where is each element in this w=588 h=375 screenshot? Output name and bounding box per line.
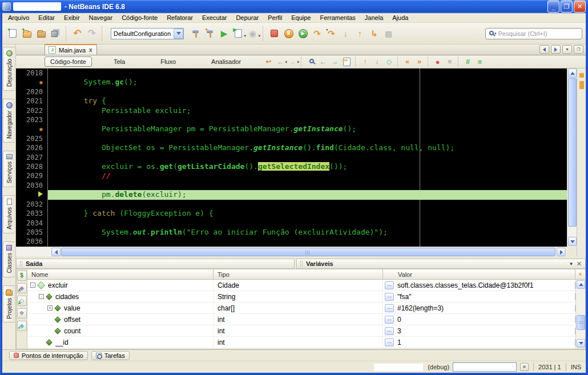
watches-diamond-purple-icon[interactable]: ◆A (17, 283, 27, 293)
scroll-right-icon[interactable] (557, 248, 566, 256)
code-line[interactable]: 2018 (16, 68, 567, 78)
code-line[interactable]: pm.delete(excluir); (16, 190, 567, 199)
menu-item-navegar[interactable]: Navegar (84, 14, 118, 22)
table-vertical-scrollbar[interactable] (575, 280, 585, 349)
pause-icon[interactable]: Ⅱ (281, 26, 296, 41)
variable-formatters-icon[interactable]: ❖ (17, 308, 27, 318)
step-over-expression-icon[interactable]: ↷▪ (324, 26, 339, 41)
code-line[interactable]: 2026 ObjectSet os = PersistableManager.g… (16, 143, 567, 152)
new-file-icon[interactable]: + (6, 26, 20, 41)
stop-execution-icon[interactable]: ■ (444, 56, 456, 67)
menu-item-exibir[interactable]: Exibir (59, 14, 84, 22)
code-line[interactable]: 2036 (16, 237, 567, 246)
scroll-up-icon[interactable] (568, 68, 577, 78)
step-into-icon[interactable]: ↓ (339, 26, 353, 41)
save-all-icon[interactable] (49, 26, 63, 41)
comment-icon[interactable]: // (462, 56, 474, 67)
minimize-button[interactable]: _ (547, 1, 559, 13)
maximize-editor-icon[interactable]: ❐ (574, 45, 583, 54)
scroll-left-icon[interactable] (51, 248, 61, 256)
cancel-process-icon[interactable]: ✕ (520, 363, 529, 371)
find-next-icon[interactable]: → (329, 56, 341, 67)
scroll-down-icon[interactable] (577, 339, 585, 348)
search-input[interactable]: ▾ Pesquisar (Ctrl+I) (485, 28, 582, 39)
column-header-tipo[interactable]: Tipo (214, 269, 383, 280)
table-row[interactable]: +valuechar[]...#162(length=3)... (27, 303, 585, 314)
code-line[interactable]: 2029 // (16, 171, 567, 180)
scrollbar-thumb[interactable] (577, 315, 585, 330)
tab-main-java[interactable]: J Main.java x (45, 44, 97, 55)
view-button-codigo-fonte[interactable]: Código-fonte (45, 57, 92, 67)
menu-item-janela[interactable]: Janela (360, 14, 388, 22)
variables-panel-header[interactable]: Variáveis ▾ ✕ (296, 259, 586, 269)
table-row[interactable]: offsetint...0... (27, 314, 585, 325)
menu-item-refatorar[interactable]: Refatorar (162, 14, 198, 22)
forward-icon[interactable]: →▾ (287, 56, 299, 67)
editor-horizontal-scrollbar[interactable] (16, 247, 567, 256)
warning-mark[interactable] (579, 73, 584, 78)
profile-icon[interactable]: ◉▾ (245, 26, 260, 41)
tree-expander-icon[interactable]: + (47, 305, 53, 311)
find-previous-icon[interactable]: ← (317, 56, 329, 67)
configuration-select[interactable]: DefaultConfiguration (111, 28, 184, 39)
previous-bookmark-icon[interactable]: ↑ (359, 56, 371, 67)
column-header-nome[interactable]: Nome (27, 269, 214, 280)
code-line[interactable]: ✱ System.gc(); (16, 78, 567, 87)
restore-button[interactable]: ❐ (561, 1, 573, 13)
code-line[interactable]: 2023 (16, 115, 567, 124)
sidebar-item-servicos[interactable]: Serviços (3, 151, 15, 187)
menu-item-executar[interactable]: Executar (198, 14, 231, 22)
sidebar-item-classes[interactable]: Classes (3, 241, 15, 277)
value-editor-button[interactable]: ... (385, 293, 394, 301)
run-icon[interactable]: ▶ (217, 26, 231, 41)
stop-icon[interactable] (267, 26, 281, 41)
value-editor-button[interactable]: ... (385, 281, 394, 289)
continue-icon[interactable]: ▶ (296, 26, 310, 41)
next-bookmark-icon[interactable]: ↓ (371, 56, 383, 67)
scroll-down-icon[interactable] (568, 237, 577, 246)
new-watch-icon[interactable]: ◆+ (17, 321, 27, 331)
column-header-valor[interactable]: Valor (383, 269, 575, 280)
sidebar-item-arquivos[interactable]: Arquivos (3, 195, 15, 233)
table-row[interactable]: -cidadesString..."fsa"... (27, 291, 585, 303)
code-line[interactable]: ✱ PersistableManager pm = PersistableMan… (16, 124, 567, 134)
find-selection-icon[interactable] (305, 56, 317, 67)
code-area[interactable]: 2018✱ System.gc();20202021 try {2022 Per… (16, 68, 567, 247)
menu-item-ferramentas[interactable]: Ferramentas (316, 14, 360, 22)
code-line[interactable]: 2030 (16, 181, 567, 190)
sidebar-item-projetos[interactable]: Projetos (3, 285, 15, 323)
sidebar-item-depuracao[interactable]: Depuração (3, 47, 15, 91)
table-row[interactable]: __idint...1... (27, 337, 585, 348)
menu-item-perfil[interactable]: Perfil (263, 14, 287, 22)
scroll-up-icon[interactable] (577, 280, 585, 289)
scrollbar-thumb[interactable] (568, 78, 577, 227)
toggle-highlight-icon[interactable]: ▬ (341, 56, 353, 67)
last-edit-position-icon[interactable]: ↩ (263, 56, 275, 67)
step-out-icon[interactable]: ↑ (353, 26, 367, 41)
open-project-icon[interactable] (34, 26, 49, 41)
redo-icon[interactable]: ↷ (84, 26, 99, 41)
scrollbar-thumb[interactable] (61, 248, 555, 256)
code-line[interactable]: 2020 (16, 87, 567, 96)
menu-item-ajuda[interactable]: Ajuda (388, 14, 413, 22)
scroll-tabs-right-icon[interactable] (551, 45, 561, 54)
build-icon[interactable] (188, 26, 203, 41)
menu-item-depurar[interactable]: Depurar (231, 14, 263, 22)
output-panel-header[interactable]: Saída (16, 259, 295, 269)
view-button-tela[interactable]: Tela (100, 57, 139, 66)
close-button[interactable]: ✕ (574, 1, 586, 13)
window-tab-pontos-de-interrupcao[interactable]: Pontos de interrupção (9, 351, 88, 360)
menu-item-editar[interactable]: Editar (34, 14, 59, 22)
shift-line-right-icon[interactable]: » (413, 56, 425, 67)
editor-vertical-scrollbar[interactable] (567, 68, 577, 247)
view-button-fluxo[interactable]: Fluxo (147, 57, 190, 66)
table-row[interactable]: -excluirCidade...soft.classes.classes_te… (27, 280, 585, 291)
value-editor-button[interactable]: ... (385, 338, 394, 346)
code-line[interactable]: 2034 (16, 219, 567, 228)
code-line[interactable]: 2028 excluir = os.get(getListarCidade().… (16, 162, 567, 171)
clean-build-icon[interactable]: ✦ (203, 26, 217, 41)
back-icon[interactable]: ←▾ (275, 56, 287, 67)
code-line[interactable]: 2027 (16, 153, 567, 162)
value-editor-button[interactable]: ... (385, 327, 394, 335)
close-tab-icon[interactable]: x (88, 47, 93, 53)
